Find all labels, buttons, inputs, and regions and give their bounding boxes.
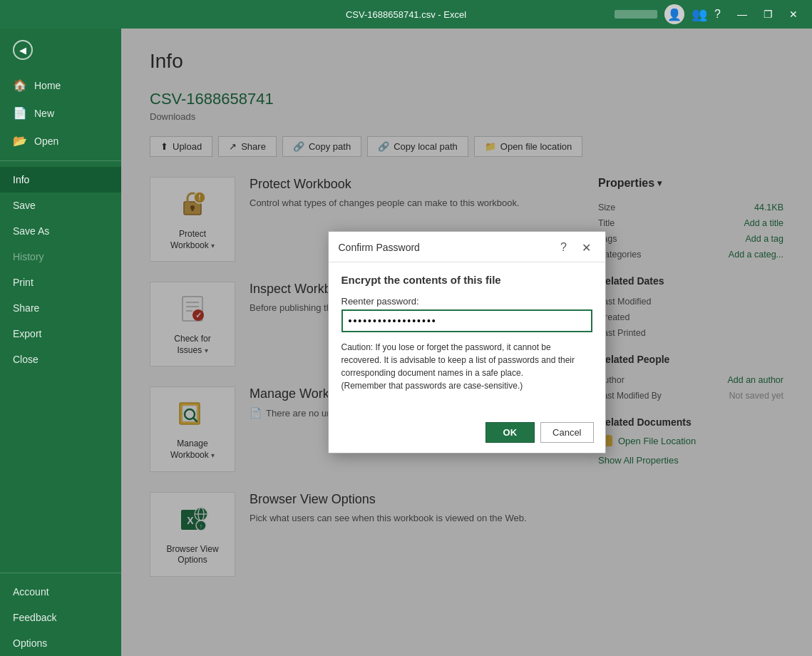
title-bar: CSV-1688658741.csv - Excel 👤 👥 ? — ❐ ✕	[0, 0, 812, 29]
sidebar-item-close[interactable]: Close	[0, 347, 121, 372]
modal-heading: Encrypt the contents of this file	[341, 274, 592, 286]
cancel-button[interactable]: Cancel	[540, 422, 593, 443]
sidebar-item-history[interactable]: History	[0, 244, 121, 270]
sidebar-item-home[interactable]: 🏠 Home	[0, 71, 121, 99]
sidebar-item-info[interactable]: Info	[0, 167, 121, 193]
modal-warning-text: Caution: If you lose or forget the passw…	[341, 341, 592, 392]
modal-header: Confirm Password ? ✕	[329, 232, 605, 262]
user-name-blur	[615, 10, 657, 19]
sidebar-item-open[interactable]: 📂 Open	[0, 127, 121, 155]
password-label: Reenter password:	[341, 296, 592, 307]
modal-footer: OK Cancel	[329, 415, 605, 453]
sidebar-item-new[interactable]: 📄 New	[0, 99, 121, 127]
help-icon[interactable]: ?	[714, 8, 721, 21]
sidebar-item-print[interactable]: Print	[0, 270, 121, 295]
title-bar-title: CSV-1688658741.csv - Excel	[346, 9, 466, 20]
back-button[interactable]: ◀	[0, 29, 121, 71]
modal-body: Encrypt the contents of this file Reente…	[329, 262, 605, 415]
sidebar-item-feedback[interactable]: Feedback	[0, 605, 121, 630]
sidebar-item-save-as[interactable]: Save As	[0, 218, 121, 244]
modal-close-button[interactable]: ✕	[578, 239, 595, 256]
back-circle-icon: ◀	[13, 40, 33, 60]
ok-button[interactable]: OK	[485, 422, 535, 443]
sidebar-item-account[interactable]: Account	[0, 579, 121, 605]
sidebar-item-export[interactable]: Export	[0, 321, 121, 347]
open-icon: 📂	[13, 134, 27, 148]
sidebar-bottom: Account Feedback Options	[0, 567, 121, 656]
sidebar-item-save[interactable]: Save	[0, 193, 121, 218]
sidebar-divider-1	[0, 160, 121, 161]
modal-help-button[interactable]: ?	[555, 239, 572, 256]
confirm-password-dialog: Confirm Password ? ✕ Encrypt the content…	[328, 231, 606, 453]
main-content: Info CSV-1688658741 Downloads ⬆ Upload ↗…	[121, 29, 812, 656]
sidebar-item-options[interactable]: Options	[0, 630, 121, 656]
modal-header-icons: ? ✕	[555, 239, 595, 256]
new-icon: 📄	[13, 106, 27, 120]
minimize-button[interactable]: —	[731, 3, 754, 26]
title-bar-controls: 👤 👥 ? — ❐ ✕	[615, 3, 805, 26]
sidebar-item-share[interactable]: Share	[0, 295, 121, 321]
close-button[interactable]: ✕	[782, 3, 805, 26]
home-icon: 🏠	[13, 78, 27, 92]
share-people-icon[interactable]: 👥	[692, 6, 707, 22]
avatar[interactable]: 👤	[664, 4, 684, 24]
sidebar-divider-2	[0, 573, 121, 573]
modal-title: Confirm Password	[339, 242, 420, 253]
restore-button[interactable]: ❐	[756, 3, 779, 26]
sidebar: ◀ 🏠 Home 📄 New 📂 Open Info Save Save As …	[0, 29, 121, 656]
modal-overlay[interactable]: Confirm Password ? ✕ Encrypt the content…	[121, 29, 812, 656]
reenter-password-input[interactable]	[341, 309, 592, 332]
app-body: ◀ 🏠 Home 📄 New 📂 Open Info Save Save As …	[0, 29, 812, 656]
